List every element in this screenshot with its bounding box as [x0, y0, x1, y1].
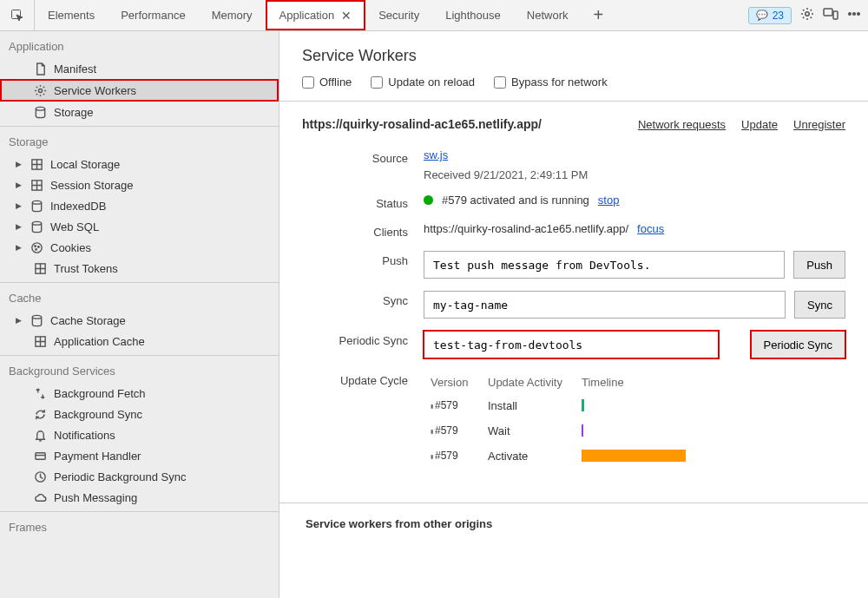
sidebar-item-label: Payment Handler	[54, 450, 141, 463]
offline-checkbox[interactable]: Offline	[302, 76, 352, 89]
sidebar-item-web-sql[interactable]: ▶Web SQL	[0, 216, 279, 237]
tab-security[interactable]: Security	[365, 0, 432, 30]
sidebar-item-bg-sync[interactable]: Background Sync	[0, 404, 279, 424]
sidebar-item-cache-storage[interactable]: ▶Cache Storage	[0, 310, 279, 331]
sidebar-item-application-cache[interactable]: Application Cache	[0, 331, 279, 352]
update-link[interactable]: Update	[741, 118, 778, 131]
sync-label: Sync	[302, 291, 424, 307]
sidebar-item-label: Local Storage	[50, 158, 120, 171]
bell-icon	[33, 428, 47, 442]
update-on-reload-checkbox[interactable]: Update on reload	[371, 76, 475, 89]
sidebar-item-manifest[interactable]: Manifest	[0, 58, 279, 79]
inspect-icon	[10, 9, 24, 23]
periodic-sync-input[interactable]	[424, 331, 719, 358]
inspect-button[interactable]	[0, 0, 35, 30]
svg-rect-2	[824, 9, 832, 16]
panel-title: Service Workers	[302, 47, 845, 65]
sidebar-item-payment-handler[interactable]: Payment Handler	[0, 445, 279, 466]
grid-icon	[30, 157, 43, 171]
source-label: Source	[302, 148, 424, 165]
grid-icon	[33, 334, 47, 348]
expand-icon: ▶	[16, 181, 23, 189]
sidebar-header-storage: Storage	[0, 127, 279, 154]
panel-tabs: Elements Performance Memory Application …	[35, 0, 741, 30]
sidebar-item-label: Cookies	[50, 241, 91, 254]
clients-label: Clients	[302, 222, 424, 239]
expand-icon: ▶	[16, 222, 23, 231]
sidebar-item-trust-tokens[interactable]: Trust Tokens	[0, 258, 279, 279]
sidebar-item-label: Session Storage	[50, 179, 133, 192]
stop-link[interactable]: stop	[598, 194, 620, 207]
devices-button[interactable]	[823, 7, 838, 23]
sidebar-item-label: IndexedDB	[50, 200, 106, 213]
sidebar-item-push-messaging[interactable]: Push Messaging	[0, 487, 279, 508]
sync-button[interactable]: Sync	[794, 291, 845, 319]
sidebar-item-label: Trust Tokens	[54, 262, 118, 275]
status-label: Status	[302, 194, 424, 210]
periodic-sync-button[interactable]: Periodic Sync	[751, 331, 845, 358]
svg-point-18	[32, 315, 41, 319]
expand-icon: ▶	[16, 243, 23, 252]
sidebar-item-label: Cache Storage	[50, 314, 126, 327]
focus-link[interactable]: focus	[637, 222, 664, 235]
status-indicator-icon	[424, 195, 433, 205]
service-workers-panel: Service Workers Offline Update on reload…	[279, 31, 868, 598]
sidebar-item-periodic-bg-sync[interactable]: Periodic Background Sync	[0, 466, 279, 487]
svg-point-1	[806, 12, 809, 16]
push-input[interactable]	[424, 251, 785, 279]
tab-lighthouse[interactable]: Lighthouse	[432, 0, 514, 30]
close-icon[interactable]: ✕	[341, 9, 352, 23]
sidebar-header-application: Application	[0, 31, 279, 58]
svg-point-15	[37, 246, 39, 247]
sidebar-item-notifications[interactable]: Notifications	[0, 424, 279, 445]
svg-point-14	[34, 245, 36, 246]
sidebar-item-label: Manifest	[54, 62, 96, 76]
tab-network[interactable]: Network	[514, 0, 582, 30]
sidebar-item-bg-fetch[interactable]: Background Fetch	[0, 383, 279, 404]
sidebar-item-label: Web SQL	[50, 220, 99, 233]
unregister-link[interactable]: Unregister	[793, 118, 845, 131]
sidebar-item-indexeddb[interactable]: ▶IndexedDB	[0, 195, 279, 216]
client-url: https://quirky-rosalind-ac1e65.netlify.a…	[424, 222, 628, 235]
sidebar-item-service-workers[interactable]: Service Workers	[0, 79, 279, 102]
database-icon	[30, 313, 43, 327]
sidebar-item-label: Notifications	[54, 429, 115, 442]
sw-origin-row: https://quirky-rosalind-ac1e65.netlify.a…	[302, 117, 845, 131]
database-icon	[30, 199, 43, 213]
sidebar-item-storage[interactable]: Storage	[0, 102, 279, 122]
sidebar-item-label: Background Fetch	[54, 387, 146, 400]
push-label: Push	[302, 251, 424, 267]
fetch-icon	[33, 386, 47, 400]
update-cycle-label: Update Cycle	[302, 371, 424, 387]
network-requests-link[interactable]: Network requests	[638, 118, 726, 131]
sidebar-item-session-storage[interactable]: ▶Session Storage	[0, 174, 279, 195]
tab-memory[interactable]: Memory	[199, 0, 266, 30]
sw-source-link[interactable]: sw.js	[424, 148, 448, 161]
tab-elements[interactable]: Elements	[35, 0, 108, 30]
tab-performance[interactable]: Performance	[108, 0, 198, 30]
application-sidebar: Application Manifest Service Workers Sto…	[0, 31, 279, 598]
timeline-bar-activate	[582, 450, 686, 462]
database-icon	[30, 220, 43, 233]
bypass-network-checkbox[interactable]: Bypass for network	[494, 76, 608, 89]
cycle-row: #579 Wait	[424, 419, 701, 444]
sidebar-item-local-storage[interactable]: ▶Local Storage	[0, 154, 279, 174]
add-tab-button[interactable]: +	[581, 0, 615, 30]
tab-application[interactable]: Application ✕	[266, 0, 366, 30]
svg-point-5	[853, 13, 856, 16]
toolbar-right: 23	[741, 0, 868, 30]
sidebar-item-label: Push Messaging	[54, 491, 137, 504]
sync-input[interactable]	[424, 291, 786, 319]
card-icon	[33, 449, 47, 463]
settings-button[interactable]	[800, 7, 814, 23]
cookie-icon	[30, 240, 43, 254]
issues-badge[interactable]: 23	[748, 7, 792, 24]
push-button[interactable]: Push	[793, 251, 845, 279]
more-button[interactable]	[847, 7, 861, 23]
svg-rect-3	[833, 11, 838, 19]
sidebar-item-label: Service Workers	[54, 84, 136, 97]
sidebar-item-cookies[interactable]: ▶Cookies	[0, 237, 279, 258]
cloud-icon	[33, 490, 47, 504]
periodic-sync-label: Periodic Sync	[302, 331, 424, 347]
document-icon	[33, 62, 47, 76]
